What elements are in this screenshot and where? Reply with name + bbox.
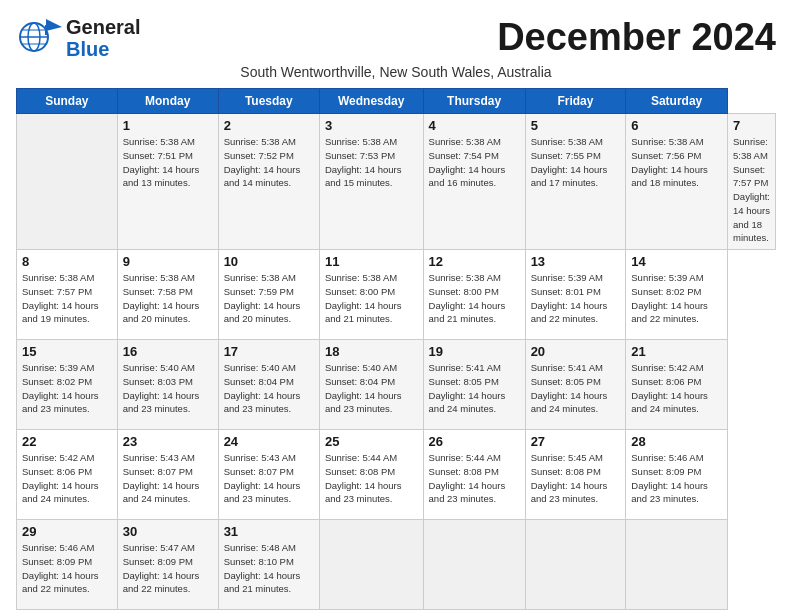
day-header-sunday: Sunday (17, 89, 118, 114)
day-info: Sunrise: 5:39 AMSunset: 8:02 PMDaylight:… (22, 361, 112, 416)
day-info: Sunrise: 5:44 AMSunset: 8:08 PMDaylight:… (429, 451, 520, 506)
calendar-cell: 19Sunrise: 5:41 AMSunset: 8:05 PMDayligh… (423, 340, 525, 430)
day-number: 15 (22, 344, 112, 359)
day-info: Sunrise: 5:41 AMSunset: 8:05 PMDaylight:… (429, 361, 520, 416)
svg-marker-5 (46, 19, 62, 31)
day-info: Sunrise: 5:39 AMSunset: 8:01 PMDaylight:… (531, 271, 621, 326)
day-header-monday: Monday (117, 89, 218, 114)
calendar-cell: 12Sunrise: 5:38 AMSunset: 8:00 PMDayligh… (423, 250, 525, 340)
day-info: Sunrise: 5:42 AMSunset: 8:06 PMDaylight:… (631, 361, 722, 416)
day-number: 5 (531, 118, 621, 133)
day-number: 10 (224, 254, 314, 269)
calendar-cell (319, 520, 423, 610)
day-info: Sunrise: 5:39 AMSunset: 8:02 PMDaylight:… (631, 271, 722, 326)
day-number: 24 (224, 434, 314, 449)
day-info: Sunrise: 5:46 AMSunset: 8:09 PMDaylight:… (631, 451, 722, 506)
logo-label: General Blue (66, 16, 140, 60)
day-info: Sunrise: 5:38 AMSunset: 7:51 PMDaylight:… (123, 135, 213, 190)
day-info: Sunrise: 5:43 AMSunset: 8:07 PMDaylight:… (224, 451, 314, 506)
day-number: 14 (631, 254, 722, 269)
day-info: Sunrise: 5:38 AMSunset: 7:55 PMDaylight:… (531, 135, 621, 190)
calendar-week-row: 22Sunrise: 5:42 AMSunset: 8:06 PMDayligh… (17, 430, 776, 520)
subtitle: South Wentworthville, New South Wales, A… (16, 64, 776, 80)
logo-blue-text: Blue (66, 38, 140, 60)
day-info: Sunrise: 5:38 AMSunset: 7:56 PMDaylight:… (631, 135, 722, 190)
day-number: 19 (429, 344, 520, 359)
logo-general-text: General (66, 16, 140, 38)
day-info: Sunrise: 5:38 AMSunset: 7:57 PMDaylight:… (733, 135, 770, 245)
calendar-cell: 21Sunrise: 5:42 AMSunset: 8:06 PMDayligh… (626, 340, 728, 430)
day-number: 2 (224, 118, 314, 133)
calendar-cell: 9Sunrise: 5:38 AMSunset: 7:58 PMDaylight… (117, 250, 218, 340)
calendar-cell: 2Sunrise: 5:38 AMSunset: 7:52 PMDaylight… (218, 114, 319, 250)
day-number: 20 (531, 344, 621, 359)
day-info: Sunrise: 5:38 AMSunset: 7:54 PMDaylight:… (429, 135, 520, 190)
calendar-week-row: 1Sunrise: 5:38 AMSunset: 7:51 PMDaylight… (17, 114, 776, 250)
calendar-cell: 24Sunrise: 5:43 AMSunset: 8:07 PMDayligh… (218, 430, 319, 520)
calendar-table: SundayMondayTuesdayWednesdayThursdayFrid… (16, 88, 776, 610)
calendar-cell: 4Sunrise: 5:38 AMSunset: 7:54 PMDaylight… (423, 114, 525, 250)
day-info: Sunrise: 5:38 AMSunset: 8:00 PMDaylight:… (325, 271, 418, 326)
day-number: 21 (631, 344, 722, 359)
day-number: 22 (22, 434, 112, 449)
calendar-week-row: 8Sunrise: 5:38 AMSunset: 7:57 PMDaylight… (17, 250, 776, 340)
day-info: Sunrise: 5:38 AMSunset: 7:58 PMDaylight:… (123, 271, 213, 326)
page-header: General Blue December 2024 (16, 16, 776, 60)
day-number: 29 (22, 524, 112, 539)
day-info: Sunrise: 5:41 AMSunset: 8:05 PMDaylight:… (531, 361, 621, 416)
day-number: 12 (429, 254, 520, 269)
calendar-cell: 28Sunrise: 5:46 AMSunset: 8:09 PMDayligh… (626, 430, 728, 520)
calendar-cell: 30Sunrise: 5:47 AMSunset: 8:09 PMDayligh… (117, 520, 218, 610)
calendar-cell: 10Sunrise: 5:38 AMSunset: 7:59 PMDayligh… (218, 250, 319, 340)
day-number: 23 (123, 434, 213, 449)
day-number: 16 (123, 344, 213, 359)
day-number: 11 (325, 254, 418, 269)
day-info: Sunrise: 5:42 AMSunset: 8:06 PMDaylight:… (22, 451, 112, 506)
day-number: 18 (325, 344, 418, 359)
calendar-header-row: SundayMondayTuesdayWednesdayThursdayFrid… (17, 89, 776, 114)
calendar-cell: 15Sunrise: 5:39 AMSunset: 8:02 PMDayligh… (17, 340, 118, 430)
day-number: 1 (123, 118, 213, 133)
day-number: 4 (429, 118, 520, 133)
calendar-cell: 18Sunrise: 5:40 AMSunset: 8:04 PMDayligh… (319, 340, 423, 430)
calendar-cell: 31Sunrise: 5:48 AMSunset: 8:10 PMDayligh… (218, 520, 319, 610)
day-info: Sunrise: 5:40 AMSunset: 8:04 PMDaylight:… (325, 361, 418, 416)
day-info: Sunrise: 5:48 AMSunset: 8:10 PMDaylight:… (224, 541, 314, 596)
calendar-cell: 5Sunrise: 5:38 AMSunset: 7:55 PMDaylight… (525, 114, 626, 250)
day-info: Sunrise: 5:40 AMSunset: 8:04 PMDaylight:… (224, 361, 314, 416)
calendar-cell: 11Sunrise: 5:38 AMSunset: 8:00 PMDayligh… (319, 250, 423, 340)
day-header-wednesday: Wednesday (319, 89, 423, 114)
day-number: 6 (631, 118, 722, 133)
day-number: 8 (22, 254, 112, 269)
calendar-cell: 13Sunrise: 5:39 AMSunset: 8:01 PMDayligh… (525, 250, 626, 340)
day-info: Sunrise: 5:43 AMSunset: 8:07 PMDaylight:… (123, 451, 213, 506)
calendar-cell: 16Sunrise: 5:40 AMSunset: 8:03 PMDayligh… (117, 340, 218, 430)
calendar-cell: 17Sunrise: 5:40 AMSunset: 8:04 PMDayligh… (218, 340, 319, 430)
day-number: 25 (325, 434, 418, 449)
day-number: 7 (733, 118, 770, 133)
day-info: Sunrise: 5:38 AMSunset: 7:59 PMDaylight:… (224, 271, 314, 326)
day-header-thursday: Thursday (423, 89, 525, 114)
day-info: Sunrise: 5:40 AMSunset: 8:03 PMDaylight:… (123, 361, 213, 416)
calendar-cell (17, 114, 118, 250)
calendar-cell: 7Sunrise: 5:38 AMSunset: 7:57 PMDaylight… (727, 114, 775, 250)
calendar-cell: 3Sunrise: 5:38 AMSunset: 7:53 PMDaylight… (319, 114, 423, 250)
calendar-cell (525, 520, 626, 610)
day-header-saturday: Saturday (626, 89, 728, 114)
day-number: 28 (631, 434, 722, 449)
day-info: Sunrise: 5:44 AMSunset: 8:08 PMDaylight:… (325, 451, 418, 506)
calendar-cell: 27Sunrise: 5:45 AMSunset: 8:08 PMDayligh… (525, 430, 626, 520)
day-number: 27 (531, 434, 621, 449)
day-number: 17 (224, 344, 314, 359)
day-number: 30 (123, 524, 213, 539)
day-info: Sunrise: 5:46 AMSunset: 8:09 PMDaylight:… (22, 541, 112, 596)
calendar-cell: 14Sunrise: 5:39 AMSunset: 8:02 PMDayligh… (626, 250, 728, 340)
logo: General Blue (16, 16, 140, 60)
calendar-cell: 29Sunrise: 5:46 AMSunset: 8:09 PMDayligh… (17, 520, 118, 610)
logo-icon (16, 17, 62, 59)
calendar-cell: 22Sunrise: 5:42 AMSunset: 8:06 PMDayligh… (17, 430, 118, 520)
day-info: Sunrise: 5:38 AMSunset: 7:57 PMDaylight:… (22, 271, 112, 326)
calendar-cell: 20Sunrise: 5:41 AMSunset: 8:05 PMDayligh… (525, 340, 626, 430)
day-info: Sunrise: 5:38 AMSunset: 7:52 PMDaylight:… (224, 135, 314, 190)
day-number: 26 (429, 434, 520, 449)
